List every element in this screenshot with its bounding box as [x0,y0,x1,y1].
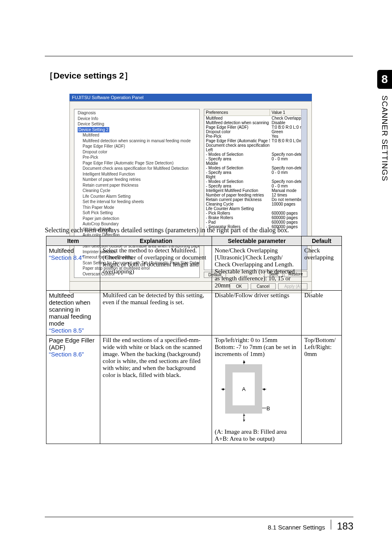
pref-row[interactable]: Dropout colorGreen [204,130,307,134]
pref-row[interactable]: - Pick Rollers600000 pages [204,211,307,215]
chapter-number: 8 [377,70,392,89]
pref-header-name: Preferences [204,109,270,116]
pref-row[interactable]: - Specify area0 - 0 mm [204,184,307,188]
tree-item[interactable]: Diagnosis [76,110,198,116]
tree-item[interactable]: Set the interval for feeding sheets [76,199,198,205]
settings-spec-table: Item Explanation Selectable parameter De… [46,236,342,444]
top-rule [45,56,353,56]
table-row: Page Edge Filler (ADF) “Section 8.6” Fil… [46,335,342,444]
diagram-label-a: A [233,372,255,405]
chapter-label: SCANNER SETTINGS [380,95,389,181]
item-name: Multifeed [49,247,74,254]
tree-item[interactable]: Dropout color [76,149,198,155]
tree-item[interactable]: Life Counter Alarm Setting [76,194,198,199]
pref-row[interactable]: Right [204,175,307,179]
tree-item[interactable]: Intelligent Multifeed Function [76,171,198,177]
tree-item[interactable]: Number of paper feeding retries [76,177,198,183]
table-row: Multifeed “Section 8.4” Select the metho… [46,246,342,291]
table-row: Multifeed detection when scanning in man… [46,291,342,335]
param-text-bottom: (A: Image area B: Filled area A+B: Area … [214,428,299,442]
default-value: Disable [302,291,342,335]
tree-item[interactable]: Page Edge Filler (Automatic Page Size De… [76,160,198,166]
item-name: Page Edge Filler (ADF) [49,337,95,351]
col-item: Item [46,236,100,246]
dialog-title: FUJITSU Software Operation Panel [69,94,312,101]
pref-row[interactable]: MultifeedCheck Overlapping(Ul... [204,116,307,120]
diagram-label-b: B [266,405,270,412]
col-default: Default [302,236,342,246]
col-selectable: Selectable parameter [212,236,302,246]
pref-row[interactable]: Middle [204,161,307,166]
pref-row[interactable]: - Modes of SelectionSpecify non-detectio… [204,179,307,184]
pref-row[interactable]: Pre-PickYes [204,134,307,139]
section-link[interactable]: “Section 8.6” [49,351,84,358]
selectable-param: Top/left/right: 0 to 15mm Bottom: -7 to … [212,335,302,444]
default-value: Top/Bottom/ Left/Right: 0mm [302,335,342,444]
pref-row[interactable]: Number of paper feeding retries12 times [204,193,307,197]
tree-item[interactable]: Pre-Pick [76,155,198,160]
caption-text: Selecting each item displays detailed se… [45,227,289,234]
pref-row[interactable]: - Brake Rollers600000 pages [204,215,307,220]
selectable-param: None/Check Overlapping [Ultrasonic]/Chec… [212,246,302,291]
fill-area-diagram: A B [217,360,270,426]
tree-item[interactable]: Multifeed [76,132,198,138]
pref-row[interactable]: - Modes of SelectionSpecify non-detectio… [204,166,307,170]
section-link[interactable]: “Section 8.5” [49,327,84,334]
selectable-param: Disable/Follow driver settings [212,291,302,335]
pref-row[interactable]: - Pad600000 pages [204,220,307,224]
tree-item[interactable]: Device Info [76,116,198,122]
pref-row[interactable]: Page Edge Filler (ADF)T:0 B:0 R:0 L:0 mm [204,125,307,130]
pref-row[interactable]: Document check area specification for ..… [204,143,307,148]
footer-divider [331,520,331,530]
param-text-top: Top/left/right: 0 to 15mm Bottom: -7 to … [214,337,299,358]
explanation: Fill the end sections of a specified-mm-… [100,335,212,444]
explanation: Multifeed can be detected by this settin… [100,291,212,335]
chapter-tab: 8 SCANNER SETTINGS [377,70,392,181]
tree-item[interactable]: Cleaning Cycle [76,188,198,194]
pref-row[interactable]: Multifeed detection when scanning in m..… [204,120,307,125]
tree-item[interactable]: Soft Pick Setting [76,210,198,216]
pref-row[interactable]: Retain current paper thicknessDo not rem… [204,197,307,202]
tree-item[interactable]: Paper jam detection [76,216,198,222]
default-value: Check overlapping [302,246,342,291]
footer-section: 8.1 Scanner Settings [268,524,325,531]
pref-row[interactable]: Page Edge Filler (Automatic Page Size ..… [204,139,307,143]
col-explanation: Explanation [100,236,212,246]
item-name: Multifeed detection when scanning in man… [49,292,91,327]
pref-row[interactable]: Cleaning Cycle10000 pages [204,202,307,206]
pref-row[interactable]: - Modes of SelectionSpecify non-detectio… [204,152,307,157]
pref-row[interactable]: - Specify area0 - 0 mm [204,157,307,161]
tree-item[interactable]: Thin Paper Mode [76,205,198,210]
footer-page: 183 [337,520,353,532]
pref-row[interactable]: - Specify area0 - 0 mm [204,170,307,175]
section-link[interactable]: “Section 8.4” [49,254,84,261]
tree-item[interactable]: Multifeed detection when scanning in man… [76,138,198,144]
section-heading: ［Device settings 2］ [45,70,133,81]
tree-item[interactable]: Page Edge Filler (ADF) [76,143,198,149]
tree-item[interactable]: Device Setting 2 [76,127,198,133]
tree-item[interactable]: Retain current paper thickness [76,183,198,188]
tree-item[interactable]: AutoCrop Boundary [76,221,198,227]
tree-item[interactable]: Document check area specification for Mu… [76,166,198,171]
tree-item[interactable]: Device Setting [76,121,198,127]
page-footer: 8.1 Scanner Settings 183 [45,517,353,532]
explanation: Select the method to detect Multifeed. (… [100,246,212,291]
pref-row[interactable]: Life Counter Alarm Setting [204,206,307,211]
pref-row[interactable]: Left [204,148,307,152]
pref-row[interactable]: Intelligent Multifeed FunctionManual mod… [204,188,307,193]
